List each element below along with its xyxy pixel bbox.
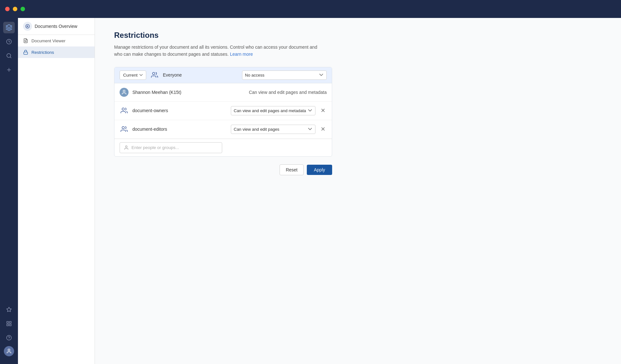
owners-group-icon <box>120 106 129 115</box>
svg-rect-17 <box>24 52 28 54</box>
svg-line-2 <box>10 57 11 58</box>
page-title: Restrictions <box>114 31 602 40</box>
user-permission-shannon: Can view and edit pages and metadata <box>249 90 327 95</box>
app-body: Documents Overview Document Viewer Restr… <box>0 18 621 364</box>
sidebar: Documents Overview Document Viewer Restr… <box>18 18 95 364</box>
chevron-down-icon <box>139 74 143 76</box>
editors-group-icon <box>120 125 129 134</box>
svg-rect-7 <box>10 321 11 323</box>
logo-icon[interactable] <box>3 22 15 33</box>
svg-point-22 <box>125 146 127 147</box>
action-row: Reset Apply <box>114 164 332 175</box>
history-icon[interactable] <box>3 36 15 47</box>
group-name-owners: document-owners <box>132 108 227 113</box>
add-icon[interactable] <box>3 64 15 76</box>
remove-editors-button[interactable]: ✕ <box>319 126 327 133</box>
grid-icon[interactable] <box>3 318 15 329</box>
restrictions-panel: Current Everyone No access Can view <box>114 67 332 157</box>
learn-more-link[interactable]: Learn more <box>230 52 253 57</box>
user-avatar[interactable] <box>4 346 14 356</box>
document-icon <box>23 38 28 43</box>
svg-point-12 <box>8 349 10 351</box>
nav-rail <box>0 18 18 364</box>
svg-rect-8 <box>7 324 8 326</box>
everyone-label: Everyone <box>163 72 238 78</box>
sidebar-item-restrictions[interactable]: Restrictions <box>18 46 95 58</box>
sidebar-header: Documents Overview <box>18 18 95 35</box>
sidebar-header-title: Documents Overview <box>35 24 77 29</box>
apply-button[interactable]: Apply <box>307 165 332 175</box>
sidebar-item-label: Restrictions <box>31 50 54 55</box>
user-avatar-shannon <box>120 88 129 97</box>
sidebar-item-document-viewer[interactable]: Document Viewer <box>18 35 95 46</box>
minimize-button[interactable] <box>13 7 17 11</box>
person-icon <box>124 145 129 150</box>
help-icon[interactable] <box>3 332 15 343</box>
back-button[interactable] <box>23 22 32 31</box>
editors-permission-select[interactable]: Can view and edit pages Can view Can vie… <box>231 125 315 134</box>
everyone-group-icon <box>150 70 159 79</box>
svg-marker-5 <box>7 307 12 312</box>
search-icon[interactable] <box>3 50 15 62</box>
main-content: Restrictions Manage restrictions of your… <box>95 18 621 364</box>
group-name-editors: document-editors <box>132 127 227 132</box>
add-people-input-container[interactable] <box>120 142 222 153</box>
lock-icon <box>23 50 28 55</box>
user-name-shannon: Shannon Meehan (K15t) <box>132 90 245 95</box>
restriction-row-owners: document-owners Can view and edit pages … <box>114 102 332 120</box>
restriction-row: Shannon Meehan (K15t) Can view and edit … <box>114 83 332 102</box>
titlebar <box>0 0 621 18</box>
svg-rect-9 <box>10 324 11 326</box>
maximize-button[interactable] <box>21 7 25 11</box>
add-people-row <box>114 139 332 156</box>
page-description: Manage restrictions of your document and… <box>114 44 319 58</box>
svg-point-21 <box>122 127 124 129</box>
remove-owners-button[interactable]: ✕ <box>319 107 327 114</box>
svg-point-20 <box>122 108 124 110</box>
svg-point-19 <box>123 90 125 92</box>
everyone-row: Current Everyone No access Can view <box>114 67 332 83</box>
close-button[interactable] <box>5 7 10 11</box>
owners-permission-select[interactable]: Can view and edit pages and metadata Can… <box>231 106 315 115</box>
svg-rect-6 <box>7 321 8 323</box>
svg-point-18 <box>153 72 155 75</box>
reset-button[interactable]: Reset <box>280 164 304 175</box>
sidebar-item-label: Document Viewer <box>31 38 65 43</box>
everyone-permission-select[interactable]: No access Can view Can view and edit pag… <box>242 70 327 80</box>
people-groups-input[interactable] <box>131 145 218 150</box>
restriction-row-editors: document-editors Can view and edit pages… <box>114 120 332 139</box>
bookmark-icon[interactable] <box>3 304 15 315</box>
current-dropdown[interactable]: Current <box>120 70 146 80</box>
